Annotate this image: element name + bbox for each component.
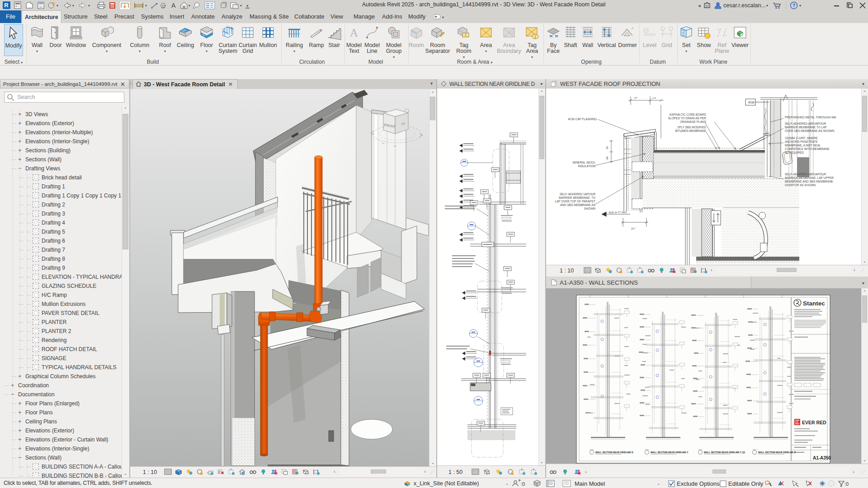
svg-text::0: :0 bbox=[521, 481, 525, 487]
svg-text:SLOPED TO DRAIN AS PER: SLOPED TO DRAIN AS PER bbox=[668, 117, 707, 120]
svg-text:A1-A350: A1-A350 bbox=[813, 455, 831, 460]
svg-text:⌄: ⌄ bbox=[657, 481, 660, 486]
svg-text:Main Model: Main Model bbox=[575, 480, 605, 487]
svg-text:MINERAL WOOL: MINERAL WOOL bbox=[573, 161, 596, 164]
svg-text:▾: ▾ bbox=[189, 4, 190, 8]
svg-text:Stantec: Stantec bbox=[803, 300, 825, 307]
svg-text:BARRIER MEMBRANE, LAP UPPER: BARRIER MEMBRANE, LAP UPPER bbox=[785, 176, 834, 179]
svg-text:1S2MM Z-GIRT, WHERE: 1S2MM Z-GIRT, WHERE bbox=[785, 136, 818, 140]
svg-text:▾: ▾ bbox=[799, 4, 801, 8]
svg-text:DRAINAGE PLANS: DRAINAGE PLANS bbox=[680, 120, 707, 123]
svg-text:Exclude Options: Exclude Options bbox=[677, 480, 720, 487]
svg-text:IS REQUIRED: IS REQUIRED bbox=[785, 151, 804, 155]
svg-text:▾: ▾ bbox=[72, 4, 74, 8]
svg-text:AND SBS MEMBRANE AS: AND SBS MEMBRANE AS bbox=[560, 203, 596, 206]
svg-text:▾: ▾ bbox=[145, 4, 147, 8]
svg-text:OVER SBS MEMBRANE AS SHOWN: OVER SBS MEMBRANE AS SHOWN bbox=[785, 129, 835, 132]
svg-text:SHOWN: SHOWN bbox=[584, 207, 595, 210]
svg-text:EVER RED: EVER RED bbox=[802, 420, 826, 425]
svg-text:,O: ,O bbox=[161, 4, 165, 9]
svg-text:OVERTOP AS SHOWN.: OVERTOP AS SHOWN. bbox=[785, 183, 816, 187]
svg-text:1: 1 bbox=[465, 33, 467, 37]
svg-text:WALL SECTION NEAR GRIDLINE E: WALL SECTION NEAR GRIDLINE E bbox=[758, 451, 796, 454]
svg-text:▾: ▾ bbox=[442, 15, 444, 19]
svg-text:▾: ▾ bbox=[240, 4, 242, 8]
svg-text:55: 55 bbox=[606, 146, 609, 149]
svg-text:WALL SECTION NEAR GRIDLINE D: WALL SECTION NEAR GRIDLINE D bbox=[595, 451, 633, 454]
svg-text:MEMBRANE AND SBS MEMBRANE: MEMBRANE AND SBS MEMBRANE bbox=[785, 180, 834, 183]
svg-text:MEMBRANE, A WET SEAL: MEMBRANE, A WET SEAL bbox=[785, 144, 821, 147]
svg-text:R: R bbox=[4, 2, 9, 9]
svg-text:WALL SECTION NEAR GRIDLINE C (: WALL SECTION NEAR GRIDLINE C (2) bbox=[704, 451, 745, 454]
svg-text:◂: ◂ bbox=[698, 3, 701, 8]
svg-text:cesar.r.escalan...: cesar.r.escalan... bbox=[723, 2, 766, 9]
svg-text:23 *: 23 * bbox=[631, 227, 636, 230]
svg-text:x_Link_Site (Not Editable): x_Link_Site (Not Editable) bbox=[414, 480, 479, 487]
svg-text:SELF-ADHERED AIR/VAPOUR: SELF-ADHERED AIR/VAPOUR bbox=[785, 173, 826, 176]
svg-text:SELF-ADHERED VAPOUR: SELF-ADHERED VAPOUR bbox=[560, 192, 595, 196]
svg-text:BARRIER MEMBRANE. TO: BARRIER MEMBRANE. TO bbox=[559, 196, 595, 199]
svg-text:BARRIER MEMBRANE TO LAP: BARRIER MEMBRANE TO LAP bbox=[785, 126, 827, 129]
svg-text:190: 190 bbox=[606, 156, 609, 160]
svg-text:2**: 2** bbox=[634, 97, 638, 99]
svg-text:?: ? bbox=[793, 3, 796, 8]
svg-text:A: A bbox=[350, 26, 359, 39]
svg-text:▾: ▾ bbox=[57, 4, 58, 8]
svg-text:WALL SECTION NEAR GRIDLINE C: WALL SECTION NEAR GRIDLINE C bbox=[651, 451, 689, 454]
svg-text:W3A: W3A bbox=[748, 101, 755, 104]
svg-text:2PLY SBS MODIFIED: 2PLY SBS MODIFIED bbox=[677, 126, 706, 129]
svg-text:ASPHALTIC CORE BOARD: ASPHALTIC CORE BOARD bbox=[670, 113, 706, 116]
svg-text:PREFINISHED METAL THROUGH-WA: PREFINISHED METAL THROUGH-WA bbox=[785, 116, 836, 119]
svg-text:ELE V= ⇱* A+S: ELE V= ⇱* A+S bbox=[609, 211, 627, 214]
svg-text:Editable Only: Editable Only bbox=[728, 480, 764, 487]
svg-text:LAP OVER TOP OF PARAPET: LAP OVER TOP OF PARAPET bbox=[555, 200, 595, 203]
svg-text:COMPATIBLE WITH MEMBRANE: COMPATIBLE WITH MEMBRANE bbox=[785, 147, 830, 150]
svg-text:ACM CAP FLASHING: ACM CAP FLASHING bbox=[568, 117, 597, 121]
svg-text:ANCHORS PENETRATE: ANCHORS PENETRATE bbox=[785, 140, 818, 143]
svg-text:INSULATION: INSULATION bbox=[578, 164, 595, 168]
svg-text:± 4: ± 4 bbox=[652, 97, 656, 99]
svg-text:SELF-ADHERED AIR/VAPOUR: SELF-ADHERED AIR/VAPOUR bbox=[785, 122, 826, 125]
svg-text:▾: ▾ bbox=[766, 4, 768, 8]
svg-text:A: A bbox=[171, 2, 176, 9]
svg-text:F: F bbox=[219, 470, 222, 475]
svg-text:▾: ▾ bbox=[246, 4, 249, 8]
svg-text:BITUMEN MEMBRANE: BITUMEN MEMBRANE bbox=[675, 129, 706, 132]
svg-text:⌄: ⌄ bbox=[505, 481, 509, 486]
svg-text:▾: ▾ bbox=[88, 4, 90, 8]
svg-text::0: :0 bbox=[844, 481, 849, 487]
svg-text:1: 1 bbox=[534, 35, 536, 38]
